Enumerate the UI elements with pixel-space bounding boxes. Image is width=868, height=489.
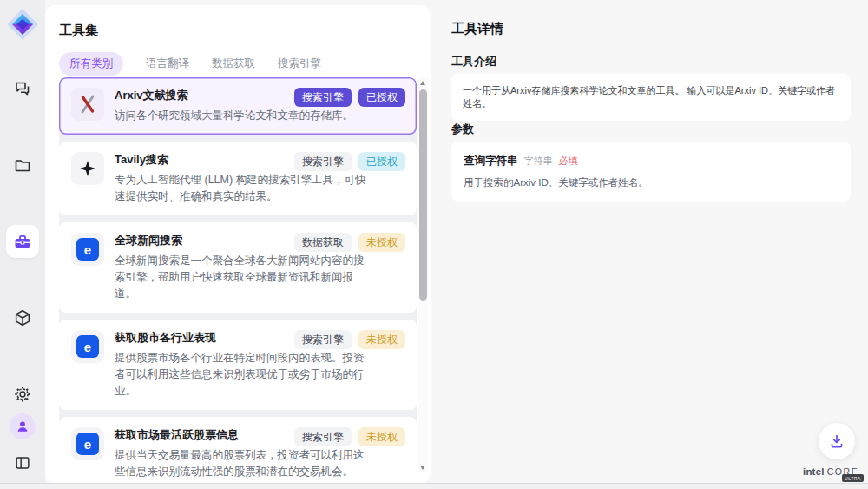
category-badge: 搜索引擎 [294, 88, 352, 107]
tool-desc: 提供股票市场各个行业在特定时间段内的表现。投资者可以利用这些信息来识别表现优于或… [115, 350, 369, 400]
category-tabs: 所有类别 语言翻译 数据获取 搜索引擎 [59, 52, 417, 76]
sidebar-item-settings[interactable] [6, 378, 39, 411]
sidebar-item-packages[interactable] [6, 301, 39, 334]
tab-all-categories[interactable]: 所有类别 [59, 52, 123, 76]
cube-icon [13, 308, 32, 327]
param-name: 查询字符串 [464, 154, 518, 169]
auth-status-badge: 未授权 [358, 330, 405, 349]
four-point-star-icon [71, 152, 104, 185]
param-required-flag: 必填 [559, 155, 578, 168]
category-badge: 搜索引擎 [294, 330, 352, 349]
gear-icon [13, 385, 32, 404]
intel-core-logo: intelcore ULTRA [803, 463, 865, 479]
user-icon [15, 419, 30, 434]
download-button[interactable] [819, 423, 855, 459]
tool-card-arxiv[interactable]: Arxiv文献搜索 访问各个研究领域大量科学论文和文章的存储库。 搜索引擎 已授… [59, 77, 417, 135]
parameter-card: 查询字符串 字符串 必填 用于搜索的Arxiv ID、关键字或作者姓名。 [451, 142, 851, 202]
tab-translation[interactable]: 语言翻译 [146, 56, 189, 71]
param-type: 字符串 [524, 155, 553, 168]
scrollbar-thumb[interactable] [419, 89, 427, 301]
auth-status-badge: 未授权 [358, 427, 405, 446]
tool-card-global-news[interactable]: e 全球新闻搜索 全球新闻搜索是一个聚合全球各大新闻网站内容的搜索引擎，帮助用户… [59, 222, 417, 313]
list-scrollbar[interactable] [418, 78, 428, 472]
sidebar-item-files[interactable] [6, 149, 39, 182]
app-logo-icon [6, 8, 39, 41]
auth-status-badge: 已授权 [358, 88, 405, 107]
tool-card-sector-performance[interactable]: e 获取股市各行业表现 提供股票市场各个行业在特定时间段内的表现。投资者可以利用… [59, 320, 417, 410]
tool-intro-text: 一个用于从Arxiv存储库搜索科学论文和文章的工具。 输入可以是Arxiv ID… [451, 74, 851, 121]
tool-card-most-active-stocks[interactable]: e 获取市场最活跃股票信息 提供当天交易量最高的股票列表，投资者可以利用这些信息… [59, 417, 417, 483]
left-rail [0, 0, 45, 483]
intro-section-label: 工具介绍 [451, 54, 496, 69]
window-bottom-edge [0, 483, 868, 489]
tool-card-tavily[interactable]: Tavily搜索 专为人工智能代理 (LLM) 构建的搜索引擎工具，可快速提供实… [59, 142, 417, 215]
tool-desc: 专为人工智能代理 (LLM) 构建的搜索引擎工具，可快速提供实时、准确和真实的结… [115, 172, 369, 205]
auth-status-badge: 未授权 [358, 233, 405, 252]
category-badge: 数据获取 [294, 233, 352, 252]
user-avatar[interactable] [10, 413, 36, 439]
tool-list-panel: 工具集 所有类别 语言翻译 数据获取 搜索引擎 Arxiv文献搜索 访问各个研究… [45, 5, 431, 483]
param-desc: 用于搜索的Arxiv ID、关键字或作者姓名。 [464, 176, 838, 189]
toolbox-icon [13, 232, 32, 251]
ultra-badge: ULTRA [842, 474, 864, 482]
tab-data-fetch[interactable]: 数据获取 [212, 56, 255, 71]
folder-icon [13, 155, 32, 175]
params-section-label: 参数 [451, 122, 474, 137]
sidebar-item-tools[interactable] [6, 225, 39, 258]
tool-desc: 访问各个研究领域大量科学论文和文章的存储库。 [115, 108, 369, 124]
blue-e-icon: e [71, 233, 104, 266]
tool-desc: 提供当天交易量最高的股票列表，投资者可以利用这些信息来识别流动性强的股票和潜在的… [115, 447, 369, 480]
intel-wordmark: intel [803, 466, 825, 477]
tab-search-engine[interactable]: 搜索引擎 [278, 56, 321, 71]
panel-toggle-icon [14, 454, 31, 472]
page-title: 工具集 [45, 5, 431, 39]
sidebar-item-chat[interactable] [6, 72, 39, 105]
scroll-up-icon[interactable] [420, 81, 425, 85]
blue-e-icon: e [71, 330, 104, 363]
blue-e-icon: e [71, 427, 104, 460]
tool-list: Arxiv文献搜索 访问各个研究领域大量科学论文和文章的存储库。 搜索引擎 已授… [59, 77, 417, 483]
download-icon [828, 433, 845, 450]
category-badge: 搜索引擎 [294, 152, 352, 171]
auth-status-badge: 已授权 [358, 152, 405, 171]
category-badge: 搜索引擎 [294, 427, 352, 446]
panel-toggle-button[interactable] [11, 452, 34, 474]
arxiv-x-icon [71, 88, 104, 121]
scroll-down-icon[interactable] [420, 466, 425, 470]
detail-title: 工具详情 [451, 21, 503, 37]
tool-desc: 全球新闻搜索是一个聚合全球各大新闻网站内容的搜索引擎，帮助用户快速获取全球最新资… [115, 253, 369, 302]
chat-icon [13, 79, 32, 98]
